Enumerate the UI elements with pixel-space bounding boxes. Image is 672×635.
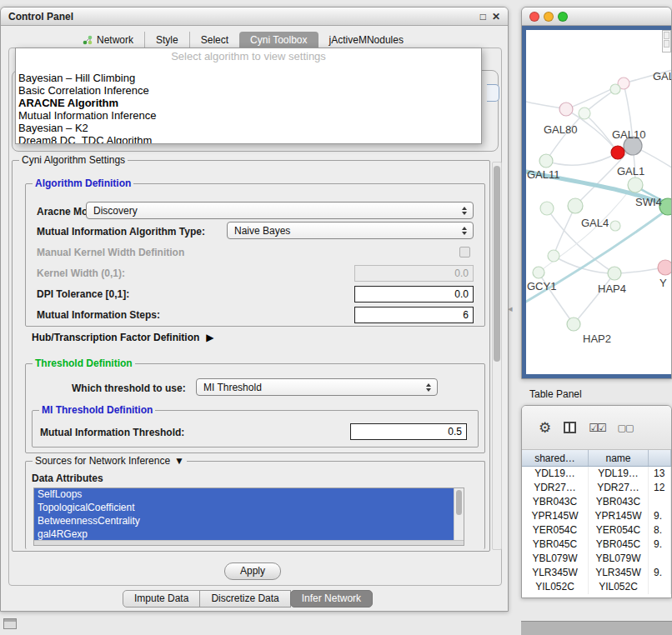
tab-discretize-data[interactable]: Discretize Data xyxy=(199,590,290,608)
group-title: Threshold Definition xyxy=(33,358,135,369)
table-row[interactable]: YDR27…YDR27…12 xyxy=(522,481,671,495)
tab-cyni-toolbox[interactable]: Cyni Toolbox xyxy=(239,32,318,48)
tab-network[interactable]: Network xyxy=(72,32,144,48)
network-node[interactable] xyxy=(579,108,590,119)
manual-kernel-checkbox[interactable] xyxy=(459,247,470,258)
apply-button[interactable]: Apply xyxy=(224,562,281,580)
select-all-icon[interactable]: ☑☑ xyxy=(589,422,604,434)
network-node[interactable] xyxy=(568,198,583,213)
algorithm-option[interactable]: Bayesian – Hill Climbing xyxy=(16,72,481,84)
settings-scrollbar[interactable] xyxy=(492,162,502,550)
algorithm-option[interactable]: Bayesian – K2 xyxy=(16,122,481,134)
tab-style[interactable]: Style xyxy=(144,32,189,48)
mi-threshold-input[interactable]: 0.5 xyxy=(350,423,467,440)
network-window-titlebar[interactable] xyxy=(522,8,671,26)
dropdown-gap xyxy=(16,63,481,72)
network-edge[interactable] xyxy=(614,268,664,273)
tab-select[interactable]: Select xyxy=(189,32,239,48)
minimized-window-icon[interactable] xyxy=(3,618,17,629)
network-node[interactable] xyxy=(540,202,554,215)
data-attribute-item[interactable]: TopologicalCoefficient xyxy=(34,502,454,515)
table-row[interactable]: YBR043CYBR043C xyxy=(522,495,671,509)
combo-arrows-icon xyxy=(423,383,434,392)
unselect-all-icon[interactable]: ▢▢ xyxy=(618,422,634,433)
kernel-width-input[interactable]: 0.0 xyxy=(354,265,474,282)
network-node[interactable] xyxy=(608,267,621,280)
algorithm-option[interactable]: Dream8 DC_TDC Algorithm xyxy=(16,134,481,144)
table-row[interactable]: YLR345WYLR345W9. xyxy=(522,566,671,580)
algorithm-combobox-fragment[interactable] xyxy=(487,84,499,102)
network-node[interactable] xyxy=(548,250,559,262)
network-node[interactable] xyxy=(628,178,643,192)
combo-arrows-icon xyxy=(459,227,470,235)
group-title: Cyni Algorithm Settings xyxy=(19,154,128,166)
table-cell: YLR345W xyxy=(522,566,589,580)
minimize-traffic-light-icon[interactable] xyxy=(544,12,554,22)
network-node-label: GAL11 xyxy=(527,168,560,181)
hub-factor-section-toggle[interactable]: Hub/Transcription Factor Definition ▶ xyxy=(32,332,214,343)
zoom-traffic-light-icon[interactable] xyxy=(558,12,568,22)
table-cell: YIL052C xyxy=(589,580,649,594)
control-panel-titlebar[interactable]: Control Panel □ ✕ xyxy=(1,8,508,26)
network-edge[interactable] xyxy=(546,152,618,165)
network-node-label: GCY1 xyxy=(527,280,556,292)
mi-steps-input[interactable]: 6 xyxy=(354,307,474,323)
network-node-label: GAL10 xyxy=(612,128,645,141)
sources-section-toggle[interactable]: Sources for Network Inference ▼ xyxy=(33,455,187,467)
table-cell: YIL052C xyxy=(522,580,589,594)
scrollbar-thumb[interactable] xyxy=(456,490,462,515)
table-row[interactable]: YPR145WYPR145W9. xyxy=(522,509,671,523)
table-column-header[interactable]: shared… xyxy=(522,450,589,466)
network-node[interactable] xyxy=(559,102,573,116)
aracne-mode-select[interactable]: Discovery xyxy=(86,202,474,219)
network-scrollbar[interactable] xyxy=(662,30,671,52)
algorithm-option[interactable]: Basic Correlation Inference xyxy=(16,84,481,97)
panel-splitter-icon[interactable]: ◂ xyxy=(508,303,513,314)
close-traffic-light-icon[interactable] xyxy=(529,12,539,22)
network-node[interactable] xyxy=(610,221,620,231)
network-node[interactable] xyxy=(658,260,671,275)
network-edge[interactable] xyxy=(574,273,614,324)
algorithm-option-list: Bayesian – Hill ClimbingBasic Correlatio… xyxy=(16,72,481,144)
network-node[interactable] xyxy=(610,84,620,94)
float-window-icon[interactable]: □ xyxy=(480,12,486,22)
table-cell: YBL079W xyxy=(522,552,589,566)
network-edge[interactable] xyxy=(546,113,584,161)
table-row[interactable]: YBR045CYBR045C9. xyxy=(522,538,671,552)
table-cell: 8. xyxy=(649,523,671,538)
network-node-label: SWI4 xyxy=(635,196,662,208)
algorithm-option[interactable]: Mutual Information Inference xyxy=(16,109,481,122)
data-attribute-item[interactable]: SelfLoops xyxy=(34,488,454,502)
network-node[interactable] xyxy=(533,267,544,278)
algorithm-dropdown-popup: Select algorithm to view settings Bayesi… xyxy=(15,48,482,144)
table-row[interactable]: YBL079WYBL079W xyxy=(522,552,671,566)
data-attributes-list[interactable]: SelfLoopsTopologicalCoefficientBetweenne… xyxy=(33,488,464,546)
table-column-header[interactable]: name xyxy=(589,450,649,466)
which-threshold-select[interactable]: MI Threshold xyxy=(196,378,438,396)
tab-impute-data[interactable]: Impute Data xyxy=(123,590,200,608)
gear-icon[interactable]: ⚙ xyxy=(539,421,551,435)
tab-label: Style xyxy=(156,34,178,46)
data-attribute-item[interactable]: BetweennessCentrality xyxy=(34,515,454,528)
table-row[interactable]: YIL052CYIL052C xyxy=(522,580,671,594)
mi-algorithm-type-select[interactable]: Naive Bayes xyxy=(227,222,474,239)
network-node[interactable] xyxy=(611,146,624,159)
close-window-icon[interactable]: ✕ xyxy=(492,12,500,22)
dpi-tolerance-input[interactable]: 0.0 xyxy=(354,286,474,302)
tab-jactivemnodules[interactable]: jActiveMNodules xyxy=(318,32,414,48)
attributes-horizontal-scrollbar[interactable] xyxy=(34,540,464,545)
network-node[interactable] xyxy=(567,318,580,331)
tab-infer-network[interactable]: Infer Network xyxy=(290,590,373,608)
table-cell: YPR145W xyxy=(522,509,589,523)
algorithm-option[interactable]: ARACNE Algorithm xyxy=(16,97,481,109)
table-column-header[interactable] xyxy=(649,450,671,466)
scrollbar-thumb[interactable] xyxy=(494,166,500,362)
network-canvas[interactable]: GALGAL80GAL10GAL11GAL1SWI4GAL4GCY1HAP4YH… xyxy=(526,30,671,374)
attributes-scrollbar[interactable] xyxy=(454,488,464,540)
columns-icon[interactable] xyxy=(564,422,576,433)
combo-value: MI Threshold xyxy=(203,382,262,393)
table-row[interactable]: YER054CYER054C8. xyxy=(522,523,671,538)
network-edge[interactable] xyxy=(554,256,614,273)
network-node[interactable] xyxy=(539,154,553,168)
table-row[interactable]: YDL19…YDL19…13 xyxy=(522,467,671,481)
